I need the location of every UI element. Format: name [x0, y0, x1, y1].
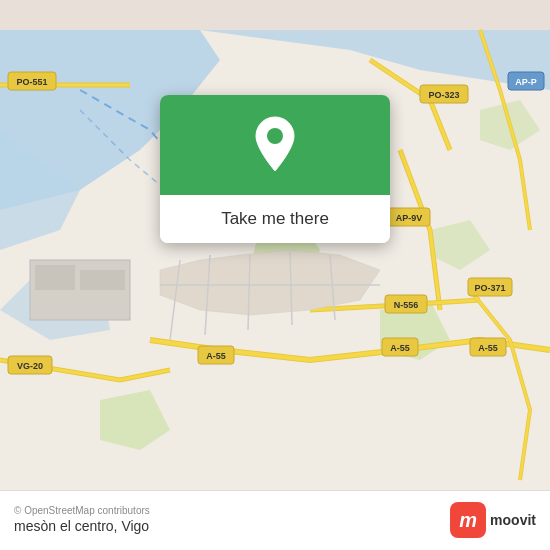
- moovit-icon-box: m: [450, 502, 486, 538]
- location-name: mesòn el centro, Vigo: [14, 518, 150, 534]
- take-me-button[interactable]: Take me there: [160, 195, 390, 243]
- svg-rect-9: [80, 270, 125, 290]
- svg-text:AP-9V: AP-9V: [396, 213, 423, 223]
- svg-text:A-55: A-55: [478, 343, 498, 353]
- attribution-text: © OpenStreetMap contributors: [14, 505, 150, 516]
- svg-text:PO-371: PO-371: [474, 283, 505, 293]
- svg-text:AP-P: AP-P: [515, 77, 537, 87]
- moovit-logo[interactable]: m moovit: [450, 502, 536, 538]
- svg-rect-8: [35, 265, 75, 290]
- popup-green-area: [160, 95, 390, 195]
- map-container: PO-551 PO-323 AP-9V N-556 A-55 A-55 A-55…: [0, 0, 550, 550]
- svg-text:VG-20: VG-20: [17, 361, 43, 371]
- bottom-bar: © OpenStreetMap contributors mesòn el ce…: [0, 490, 550, 550]
- moovit-text: moovit: [490, 512, 536, 528]
- map-background: PO-551 PO-323 AP-9V N-556 A-55 A-55 A-55…: [0, 0, 550, 550]
- svg-text:A-55: A-55: [390, 343, 410, 353]
- popup-card: Take me there: [160, 95, 390, 243]
- svg-point-30: [267, 128, 283, 144]
- bottom-left: © OpenStreetMap contributors mesòn el ce…: [14, 505, 150, 534]
- svg-text:N-556: N-556: [394, 300, 419, 310]
- svg-text:PO-551: PO-551: [16, 77, 47, 87]
- svg-text:PO-323: PO-323: [428, 90, 459, 100]
- location-pin-icon: [250, 115, 300, 175]
- svg-text:A-55: A-55: [206, 351, 226, 361]
- moovit-m-letter: m: [459, 510, 477, 530]
